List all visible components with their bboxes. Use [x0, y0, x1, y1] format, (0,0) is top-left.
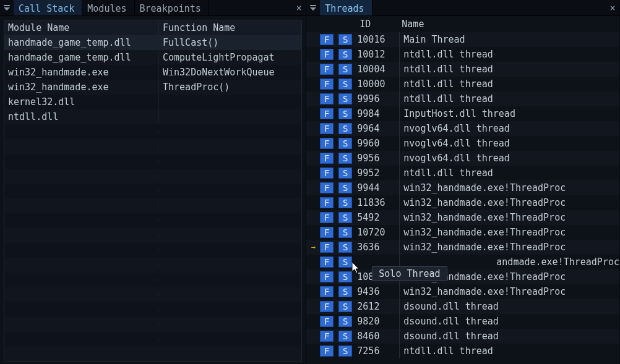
freeze-thread-button[interactable]: F [320, 242, 334, 253]
solo-thread-button[interactable]: S [338, 242, 352, 253]
threads-header-row: ID Name [306, 16, 619, 32]
thread-row[interactable]: FS9996ntdll.dll thread [306, 91, 619, 106]
thread-name-cell: ntdll.dll thread [403, 49, 619, 60]
column-separator [399, 240, 400, 255]
column-header-id[interactable]: ID [360, 19, 402, 30]
solo-thread-button[interactable]: S [338, 93, 352, 104]
thread-row[interactable]: FS11836win32_handmade.exe!ThreadProc [306, 195, 619, 210]
panel-menu-icon[interactable] [0, 0, 14, 15]
thread-id-cell: 9944 [357, 182, 399, 193]
solo-thread-button[interactable]: S [338, 123, 352, 134]
thread-id-cell: 5492 [357, 212, 399, 223]
column-header-module[interactable]: Module Name [4, 20, 159, 35]
solo-thread-button[interactable]: S [338, 64, 352, 75]
solo-thread-button[interactable]: S [338, 138, 352, 149]
thread-id-cell: 2612 [357, 301, 399, 312]
column-header-name[interactable]: Name [402, 19, 619, 30]
freeze-thread-button[interactable]: F [320, 227, 334, 238]
freeze-thread-button[interactable]: F [320, 286, 334, 297]
thread-row[interactable]: FS5492win32_handmade.exe!ThreadProc [306, 210, 619, 225]
solo-thread-button[interactable]: S [338, 167, 352, 179]
thread-row[interactable]: FS9820dsound.dll thread [306, 314, 619, 329]
solo-thread-button[interactable]: S [338, 78, 352, 90]
close-icon[interactable]: × [292, 0, 306, 15]
freeze-thread-button[interactable]: F [320, 167, 334, 179]
solo-thread-button[interactable]: S [338, 256, 352, 268]
freeze-thread-button[interactable]: F [320, 93, 334, 104]
column-separator [399, 136, 400, 151]
freeze-thread-button[interactable]: F [320, 197, 334, 208]
callstack-row[interactable]: win32_handmade.exeWin32DoNextWorkQueue [4, 65, 301, 80]
freeze-thread-button[interactable]: F [320, 345, 334, 357]
thread-name-cell: nvoglv64.dll thread [403, 138, 619, 149]
thread-row[interactable]: →FS3636win32_handmade.exe!ThreadProc [306, 240, 619, 255]
freeze-thread-button[interactable]: F [320, 34, 334, 45]
thread-row[interactable]: FS9964nvoglv64.dll thread [306, 121, 619, 136]
callstack-row[interactable]: handmade_game_temp.dllComputeLightPropag… [4, 50, 301, 65]
left-tabstrip: Call StackModulesBreakpoints × [0, 0, 306, 16]
thread-row[interactable]: FS9952ntdll.dll thread [306, 166, 619, 180]
solo-thread-button[interactable]: S [338, 212, 352, 223]
solo-thread-button[interactable]: S [338, 34, 352, 45]
thread-row[interactable]: FS10012ntdll.dll thread [306, 47, 619, 62]
thread-row[interactable]: FS10720win32_handmade.exe!ThreadProc [306, 225, 619, 240]
solo-thread-button[interactable]: S [338, 182, 352, 193]
thread-name-cell: win32_handmade.exe!ThreadProc [403, 227, 619, 238]
freeze-thread-button[interactable]: F [320, 78, 334, 90]
solo-thread-button[interactable]: S [338, 49, 352, 60]
thread-name-cell: Main Thread [403, 34, 619, 45]
thread-row[interactable]: FS2612dsound.dll thread [306, 299, 619, 314]
callstack-empty-row [4, 228, 301, 243]
thread-row[interactable]: FS7256ntdll.dll thread [306, 344, 619, 358]
thread-name-cell: win32_handmade.exe!ThreadProc [403, 197, 619, 208]
thread-row[interactable]: FS10004ntdll.dll thread [306, 62, 619, 77]
tab-breakpoints[interactable]: Breakpoints [135, 0, 209, 15]
freeze-thread-button[interactable]: F [320, 212, 334, 223]
freeze-thread-button[interactable]: F [320, 301, 334, 312]
callstack-row[interactable]: win32_handmade.exeThreadProc() [4, 80, 301, 95]
freeze-thread-button[interactable]: F [320, 256, 334, 268]
thread-row[interactable]: FS9436win32_handmade.exe!ThreadProc [306, 284, 619, 299]
tab-modules[interactable]: Modules [82, 0, 134, 15]
callstack-module-cell: win32_handmade.exe [4, 66, 159, 79]
solo-thread-button[interactable]: S [338, 108, 352, 119]
freeze-thread-button[interactable]: F [320, 316, 334, 327]
thread-row[interactable]: FS10812win32_handmade.exe!ThreadProc [306, 269, 619, 284]
solo-thread-button[interactable]: S [338, 301, 352, 312]
freeze-thread-button[interactable]: F [320, 108, 334, 119]
thread-row[interactable]: FSandmade.exe!ThreadProc [306, 255, 619, 269]
freeze-thread-button[interactable]: F [320, 153, 334, 164]
freeze-thread-button[interactable]: F [320, 138, 334, 149]
tab-threads[interactable]: Threads [320, 0, 372, 15]
freeze-thread-button[interactable]: F [320, 182, 334, 193]
solo-thread-button[interactable]: S [338, 331, 352, 342]
column-header-function[interactable]: Function Name [159, 20, 301, 35]
solo-thread-button[interactable]: S [338, 286, 352, 297]
panel-menu-icon[interactable] [306, 0, 320, 15]
thread-row[interactable]: FS9944win32_handmade.exe!ThreadProc [306, 180, 619, 195]
thread-row[interactable]: FS10016Main Thread [306, 32, 619, 47]
callstack-row[interactable]: ntdll.dll [4, 109, 301, 124]
solo-thread-button[interactable]: S [338, 153, 352, 164]
tab-call-stack[interactable]: Call Stack [14, 0, 82, 15]
thread-row[interactable]: FS9984InputHost.dll thread [306, 106, 619, 121]
thread-row[interactable]: FS8460dsound.dll thread [306, 329, 619, 344]
thread-row[interactable]: FS9960nvoglv64.dll thread [306, 136, 619, 151]
close-icon[interactable]: × [606, 0, 619, 15]
solo-thread-button[interactable]: S [338, 271, 352, 282]
freeze-thread-button[interactable]: F [320, 123, 334, 134]
callstack-row[interactable]: →handmade_game_temp.dllFullCast() [4, 35, 301, 50]
solo-thread-button[interactable]: S [338, 227, 352, 238]
thread-name-cell: win32_handmade.exe!ThreadProc [403, 286, 619, 297]
thread-id-cell: 9956 [357, 153, 399, 164]
callstack-row[interactable]: kernel32.dll [4, 95, 301, 109]
freeze-thread-button[interactable]: F [320, 331, 334, 342]
freeze-thread-button[interactable]: F [320, 64, 334, 75]
thread-row[interactable]: FS10000ntdll.dll thread [306, 77, 619, 91]
thread-row[interactable]: FS9956nvoglv64.dll thread [306, 151, 619, 166]
solo-thread-button[interactable]: S [338, 345, 352, 357]
solo-thread-button[interactable]: S [338, 197, 352, 208]
solo-thread-button[interactable]: S [338, 316, 352, 327]
freeze-thread-button[interactable]: F [320, 271, 334, 282]
freeze-thread-button[interactable]: F [320, 49, 334, 60]
